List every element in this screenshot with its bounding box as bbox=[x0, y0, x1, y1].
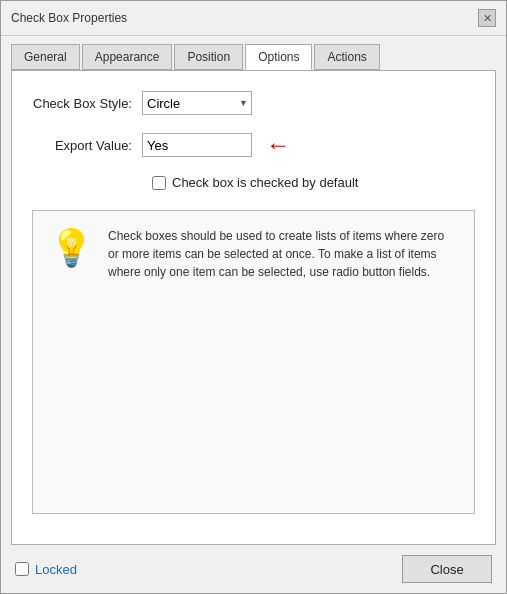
tab-position[interactable]: Position bbox=[174, 44, 243, 70]
export-value-row: Export Value: ← bbox=[32, 133, 475, 157]
red-arrow-icon: ← bbox=[266, 133, 290, 157]
info-box: 💡 Check boxes should be used to create l… bbox=[32, 210, 475, 514]
check-box-style-row: Check Box Style: Check Circle Cross Diam… bbox=[32, 91, 475, 115]
locked-checkbox[interactable] bbox=[15, 562, 29, 576]
locked-label: Locked bbox=[35, 562, 77, 577]
export-value-label: Export Value: bbox=[32, 138, 142, 153]
bottom-bar: Locked Close bbox=[1, 545, 506, 593]
tab-options[interactable]: Options bbox=[245, 44, 312, 70]
check-box-style-select[interactable]: Check Circle Cross Diamond Square Star bbox=[142, 91, 252, 115]
tab-bar: General Appearance Position Options Acti… bbox=[1, 36, 506, 70]
export-value-input[interactable] bbox=[142, 133, 252, 157]
dialog-title: Check Box Properties bbox=[11, 11, 127, 25]
close-button[interactable]: Close bbox=[402, 555, 492, 583]
check-box-style-select-wrapper: Check Circle Cross Diamond Square Star bbox=[142, 91, 252, 115]
tab-general[interactable]: General bbox=[11, 44, 80, 70]
bulb-icon: 💡 bbox=[49, 227, 94, 269]
close-icon[interactable]: ✕ bbox=[478, 9, 496, 27]
tab-appearance[interactable]: Appearance bbox=[82, 44, 173, 70]
export-value-control: ← bbox=[142, 133, 290, 157]
default-checked-checkbox[interactable] bbox=[152, 176, 166, 190]
default-checked-label: Check box is checked by default bbox=[172, 175, 358, 190]
dialog: Check Box Properties ✕ General Appearanc… bbox=[0, 0, 507, 594]
info-text: Check boxes should be used to create lis… bbox=[108, 227, 458, 281]
default-checked-row: Check box is checked by default bbox=[152, 175, 475, 190]
locked-row: Locked bbox=[15, 562, 77, 577]
title-bar: Check Box Properties ✕ bbox=[1, 1, 506, 36]
check-box-style-label: Check Box Style: bbox=[32, 96, 142, 111]
check-box-style-control: Check Circle Cross Diamond Square Star bbox=[142, 91, 252, 115]
content-area: Check Box Style: Check Circle Cross Diam… bbox=[11, 70, 496, 545]
tab-actions[interactable]: Actions bbox=[314, 44, 379, 70]
